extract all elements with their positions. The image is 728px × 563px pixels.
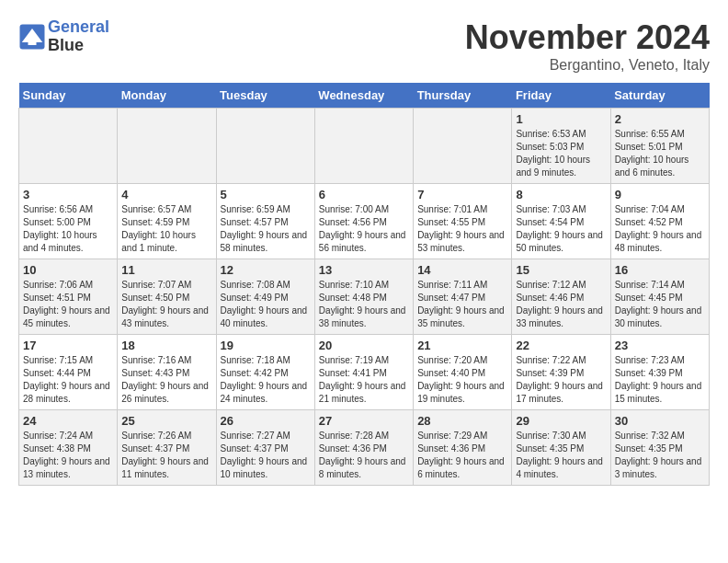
day-cell: 18Sunrise: 7:16 AM Sunset: 4:43 PM Dayli… bbox=[118, 335, 216, 410]
day-number: 13 bbox=[319, 263, 409, 277]
day-cell: 20Sunrise: 7:19 AM Sunset: 4:41 PM Dayli… bbox=[314, 335, 413, 410]
day-number: 1 bbox=[516, 112, 606, 126]
day-number: 17 bbox=[23, 339, 113, 352]
day-info: Sunrise: 6:59 AM Sunset: 4:57 PM Dayligh… bbox=[221, 203, 311, 255]
day-number: 26 bbox=[221, 414, 311, 428]
day-number: 30 bbox=[615, 414, 705, 428]
day-info: Sunrise: 7:11 AM Sunset: 4:47 PM Dayligh… bbox=[417, 279, 507, 330]
day-info: Sunrise: 7:23 AM Sunset: 4:39 PM Dayligh… bbox=[615, 354, 705, 406]
day-info: Sunrise: 7:01 AM Sunset: 4:55 PM Dayligh… bbox=[417, 203, 507, 255]
day-info: Sunrise: 7:26 AM Sunset: 4:37 PM Dayligh… bbox=[121, 430, 211, 481]
calendar-table: SundayMondayTuesdayWednesdayThursdayFrid… bbox=[18, 83, 710, 486]
day-info: Sunrise: 7:00 AM Sunset: 4:56 PM Dayligh… bbox=[319, 203, 409, 255]
day-number: 19 bbox=[221, 339, 311, 352]
day-number: 14 bbox=[417, 263, 507, 277]
day-cell: 11Sunrise: 7:07 AM Sunset: 4:50 PM Dayli… bbox=[118, 259, 216, 335]
day-number: 9 bbox=[615, 188, 705, 201]
day-cell: 1Sunrise: 6:53 AM Sunset: 5:03 PM Daylig… bbox=[512, 109, 610, 184]
logo-blue: Blue bbox=[48, 36, 84, 54]
day-number: 29 bbox=[516, 414, 606, 428]
day-number: 27 bbox=[319, 414, 409, 428]
day-info: Sunrise: 7:19 AM Sunset: 4:41 PM Dayligh… bbox=[319, 354, 409, 406]
day-info: Sunrise: 7:04 AM Sunset: 4:52 PM Dayligh… bbox=[615, 203, 705, 255]
day-cell bbox=[314, 109, 413, 184]
day-cell bbox=[414, 109, 512, 184]
day-number: 3 bbox=[23, 188, 113, 201]
day-info: Sunrise: 7:08 AM Sunset: 4:49 PM Dayligh… bbox=[221, 279, 311, 330]
day-info: Sunrise: 7:22 AM Sunset: 4:39 PM Dayligh… bbox=[516, 354, 606, 406]
day-info: Sunrise: 7:30 AM Sunset: 4:35 PM Dayligh… bbox=[516, 430, 606, 481]
day-number: 12 bbox=[221, 263, 311, 277]
day-cell: 23Sunrise: 7:23 AM Sunset: 4:39 PM Dayli… bbox=[610, 335, 709, 410]
day-info: Sunrise: 7:10 AM Sunset: 4:48 PM Dayligh… bbox=[319, 279, 409, 330]
day-cell: 8Sunrise: 7:03 AM Sunset: 4:54 PM Daylig… bbox=[512, 184, 610, 259]
day-number: 22 bbox=[516, 339, 606, 352]
day-cell: 13Sunrise: 7:10 AM Sunset: 4:48 PM Dayli… bbox=[314, 259, 413, 335]
day-cell bbox=[216, 109, 314, 184]
weekday-header-tuesday: Tuesday bbox=[216, 83, 314, 109]
day-cell: 27Sunrise: 7:28 AM Sunset: 4:36 PM Dayli… bbox=[314, 410, 413, 486]
weekday-header-wednesday: Wednesday bbox=[314, 83, 413, 109]
day-cell: 21Sunrise: 7:20 AM Sunset: 4:40 PM Dayli… bbox=[414, 335, 512, 410]
day-number: 23 bbox=[615, 339, 705, 352]
weekday-header-sunday: Sunday bbox=[19, 83, 118, 109]
day-cell: 30Sunrise: 7:32 AM Sunset: 4:35 PM Dayli… bbox=[610, 410, 709, 486]
day-number: 11 bbox=[121, 263, 211, 277]
day-cell: 12Sunrise: 7:08 AM Sunset: 4:49 PM Dayli… bbox=[216, 259, 314, 335]
day-cell: 9Sunrise: 7:04 AM Sunset: 4:52 PM Daylig… bbox=[610, 184, 709, 259]
day-info: Sunrise: 7:07 AM Sunset: 4:50 PM Dayligh… bbox=[121, 279, 211, 330]
day-info: Sunrise: 6:56 AM Sunset: 5:00 PM Dayligh… bbox=[23, 203, 113, 255]
week-row-5: 24Sunrise: 7:24 AM Sunset: 4:38 PM Dayli… bbox=[19, 410, 710, 486]
week-row-4: 17Sunrise: 7:15 AM Sunset: 4:44 PM Dayli… bbox=[19, 335, 710, 410]
day-cell: 16Sunrise: 7:14 AM Sunset: 4:45 PM Dayli… bbox=[610, 259, 709, 335]
day-cell: 2Sunrise: 6:55 AM Sunset: 5:01 PM Daylig… bbox=[610, 109, 709, 184]
weekday-header-thursday: Thursday bbox=[414, 83, 512, 109]
day-info: Sunrise: 7:03 AM Sunset: 4:54 PM Dayligh… bbox=[516, 203, 606, 255]
page-header: General Blue November 2024 Bergantino, V… bbox=[18, 18, 710, 74]
day-cell: 5Sunrise: 6:59 AM Sunset: 4:57 PM Daylig… bbox=[216, 184, 314, 259]
week-row-3: 10Sunrise: 7:06 AM Sunset: 4:51 PM Dayli… bbox=[19, 259, 710, 335]
day-info: Sunrise: 7:18 AM Sunset: 4:42 PM Dayligh… bbox=[221, 354, 311, 406]
day-cell bbox=[118, 109, 216, 184]
weekday-header-row: SundayMondayTuesdayWednesdayThursdayFrid… bbox=[19, 83, 710, 109]
day-number: 16 bbox=[615, 263, 705, 277]
day-number: 18 bbox=[121, 339, 211, 352]
day-cell: 24Sunrise: 7:24 AM Sunset: 4:38 PM Dayli… bbox=[19, 410, 118, 486]
day-number: 8 bbox=[516, 188, 606, 201]
day-info: Sunrise: 7:29 AM Sunset: 4:36 PM Dayligh… bbox=[417, 430, 507, 481]
day-cell: 26Sunrise: 7:27 AM Sunset: 4:37 PM Dayli… bbox=[216, 410, 314, 486]
weekday-header-friday: Friday bbox=[512, 83, 610, 109]
day-cell: 14Sunrise: 7:11 AM Sunset: 4:47 PM Dayli… bbox=[414, 259, 512, 335]
day-cell: 6Sunrise: 7:00 AM Sunset: 4:56 PM Daylig… bbox=[314, 184, 413, 259]
day-cell: 4Sunrise: 6:57 AM Sunset: 4:59 PM Daylig… bbox=[118, 184, 216, 259]
logo-general: General bbox=[48, 17, 109, 36]
day-info: Sunrise: 7:16 AM Sunset: 4:43 PM Dayligh… bbox=[121, 354, 211, 406]
day-number: 28 bbox=[417, 414, 507, 428]
day-info: Sunrise: 6:57 AM Sunset: 4:59 PM Dayligh… bbox=[121, 203, 211, 255]
day-info: Sunrise: 7:14 AM Sunset: 4:45 PM Dayligh… bbox=[615, 279, 705, 330]
day-cell: 17Sunrise: 7:15 AM Sunset: 4:44 PM Dayli… bbox=[19, 335, 118, 410]
day-number: 4 bbox=[121, 188, 211, 201]
day-info: Sunrise: 7:24 AM Sunset: 4:38 PM Dayligh… bbox=[23, 430, 113, 481]
logo: General Blue bbox=[18, 18, 109, 55]
week-row-2: 3Sunrise: 6:56 AM Sunset: 5:00 PM Daylig… bbox=[19, 184, 710, 259]
day-cell: 19Sunrise: 7:18 AM Sunset: 4:42 PM Dayli… bbox=[216, 335, 314, 410]
day-info: Sunrise: 6:53 AM Sunset: 5:03 PM Dayligh… bbox=[516, 128, 606, 179]
day-number: 7 bbox=[417, 188, 507, 201]
day-cell: 7Sunrise: 7:01 AM Sunset: 4:55 PM Daylig… bbox=[414, 184, 512, 259]
day-cell: 25Sunrise: 7:26 AM Sunset: 4:37 PM Dayli… bbox=[118, 410, 216, 486]
day-info: Sunrise: 7:20 AM Sunset: 4:40 PM Dayligh… bbox=[417, 354, 507, 406]
title-block: November 2024 Bergantino, Veneto, Italy bbox=[465, 18, 710, 74]
day-number: 20 bbox=[319, 339, 409, 352]
weekday-header-saturday: Saturday bbox=[610, 83, 709, 109]
day-number: 15 bbox=[516, 263, 606, 277]
day-number: 6 bbox=[319, 188, 409, 201]
day-cell: 28Sunrise: 7:29 AM Sunset: 4:36 PM Dayli… bbox=[414, 410, 512, 486]
day-cell: 10Sunrise: 7:06 AM Sunset: 4:51 PM Dayli… bbox=[19, 259, 118, 335]
day-number: 5 bbox=[221, 188, 311, 201]
day-cell: 29Sunrise: 7:30 AM Sunset: 4:35 PM Dayli… bbox=[512, 410, 610, 486]
day-info: Sunrise: 7:28 AM Sunset: 4:36 PM Dayligh… bbox=[319, 430, 409, 481]
month-title: November 2024 bbox=[465, 18, 710, 57]
week-row-1: 1Sunrise: 6:53 AM Sunset: 5:03 PM Daylig… bbox=[19, 109, 710, 184]
day-number: 25 bbox=[121, 414, 211, 428]
